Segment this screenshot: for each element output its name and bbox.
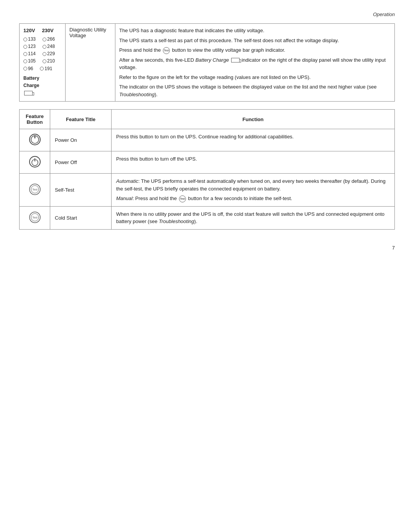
v230-row1: 266 — [43, 36, 55, 43]
power-on-desc: Press this button to turn on the UPS. Co… — [116, 133, 390, 141]
feature-icon-cell-power-off — [20, 151, 50, 174]
section-title: Operation — [373, 11, 395, 17]
page-header: Operation — [19, 11, 395, 17]
power-on-icon — [28, 133, 41, 146]
test-button-icon-self-test: Test — [179, 195, 186, 202]
feature-table: Feature Button Feature Title Function Po… — [19, 109, 395, 230]
v120-row3: 114 — [23, 50, 36, 57]
v230-row3: 229 — [43, 50, 55, 57]
v120-row5: 96 — [23, 65, 33, 72]
cold-start-desc: When there is no utility power and the U… — [116, 210, 390, 225]
diag-line-3: Press and hold the Test button to view t… — [119, 46, 391, 54]
svg-text:Test: Test — [32, 188, 37, 191]
voltage-row-5: 96 191 — [23, 65, 61, 72]
v230-row5: 191 — [40, 65, 52, 72]
feature-icon-cell-power-on — [20, 129, 50, 151]
feature-func-self-test: Automatic: The UPS performs a self-test … — [112, 174, 395, 207]
svg-text:Test: Test — [32, 216, 37, 219]
feature-title-power-on: Power On — [50, 129, 112, 151]
diag-line-6: The indicator on the UPS shows the volta… — [119, 83, 391, 98]
feature-func-cold-start: When there is no utility power and the U… — [112, 206, 395, 229]
feature-row-power-off: Power Off Press this button to turn off … — [20, 151, 395, 174]
feature-title-power-off: Power Off — [50, 151, 112, 174]
v120-row1: 133 — [23, 36, 36, 43]
feature-title-self-test: Self-Test — [50, 174, 112, 207]
feature-func-power-off: Press this button to turn off the UPS. — [112, 151, 395, 174]
test-button-icon-inline: Test — [163, 47, 170, 54]
diag-line-1: The UPS has a diagnostic feature that in… — [119, 27, 391, 34]
voltage-headers: 120V 230V — [23, 27, 61, 35]
test-icon-self-test: Test — [28, 183, 41, 196]
voltage-row-1: 133 266 — [23, 36, 61, 43]
v230-row2: 248 — [43, 43, 55, 50]
feature-row-self-test: Test Self-Test Automatic: The UPS perfor… — [20, 174, 395, 207]
test-icon-cold-start: Test — [28, 211, 41, 224]
voltage-row-3: 114 229 — [23, 50, 61, 57]
power-off-icon — [28, 155, 41, 168]
feature-icon-cell-self-test: Test — [20, 174, 50, 207]
header-230v: 230V — [42, 27, 53, 35]
feature-row-power-on: Power On Press this button to turn on th… — [20, 129, 395, 151]
col-header-feature-title: Feature Title — [50, 110, 112, 129]
v230-row4: 210 — [43, 57, 55, 65]
voltage-row-2: 123 248 — [23, 43, 61, 50]
header-120v: 120V — [23, 27, 35, 35]
voltage-row-4: 105 210 — [23, 57, 61, 65]
self-test-manual: Manual: Press and hold the Test button f… — [116, 195, 390, 202]
feature-title-cold-start: Cold Start — [50, 206, 112, 229]
v120-row4: 105 — [23, 57, 36, 65]
battery-charge-indicator-box — [23, 89, 61, 97]
col-header-function: Function — [112, 110, 395, 129]
diagnostic-description-cell: The UPS has a diagnostic feature that in… — [115, 24, 395, 102]
voltage-column: 120V 230V 133 266 123 248 114 229 105 21… — [20, 24, 66, 102]
self-test-auto: Automatic: The UPS performs a self-test … — [116, 177, 390, 192]
feature-row-cold-start: Test Cold Start When there is no utility… — [20, 206, 395, 229]
diag-line-5: Refer to the figure on the left for the … — [119, 74, 391, 81]
col-header-feature-button: Feature Button — [20, 110, 50, 129]
diag-line-4: After a few seconds, this five-LED Batte… — [119, 56, 391, 71]
battery-charge-icon-inline — [231, 58, 240, 62]
battery-led-icon — [24, 91, 33, 95]
diagnostic-title-text: Diagnostic Utility Voltage — [69, 27, 106, 38]
battery-charge-label: BatteryCharge — [23, 75, 61, 89]
v120-row2: 123 — [23, 43, 36, 50]
diagnostic-title-cell: Diagnostic Utility Voltage — [66, 24, 115, 102]
feature-icon-cell-cold-start: Test — [20, 206, 50, 229]
diagnostic-table: 120V 230V 133 266 123 248 114 229 105 21… — [19, 23, 395, 102]
diag-line-2: The UPS starts a self-test as part of th… — [119, 37, 391, 44]
feature-func-power-on: Press this button to turn on the UPS. Co… — [112, 129, 395, 151]
power-off-desc: Press this button to turn off the UPS. — [116, 155, 390, 163]
page-number: 7 — [19, 245, 395, 251]
